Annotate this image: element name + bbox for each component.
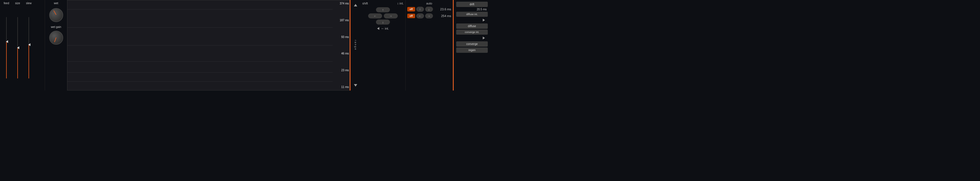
- drift-value: 20.5 ms: [456, 8, 488, 11]
- shift-title: shift: [362, 2, 368, 5]
- feed-thumb[interactable]: [6, 40, 8, 43]
- horiz-int-row: ↔ int.: [377, 27, 389, 30]
- wet-knob[interactable]: [49, 8, 63, 22]
- shift-lr-row: ← →: [368, 13, 398, 18]
- size-label: size: [15, 2, 20, 5]
- shift-down-button[interactable]: ↓: [376, 19, 390, 25]
- slew-fill: [29, 45, 29, 78]
- auto-title: auto: [426, 2, 432, 5]
- time-label-4: 23 ms: [334, 69, 349, 72]
- time-labels: 374 ms 187 ms 93 ms 46 ms 23 ms 11 ms: [334, 0, 349, 90]
- feed-track: [6, 17, 7, 78]
- wet-gain-knob-indicator: [54, 37, 56, 43]
- diffuse-int-thumb[interactable]: [483, 19, 485, 22]
- time-label-1: 187 ms: [334, 19, 349, 22]
- feed-slider-col: feed: [1, 2, 12, 89]
- shift-header: shift ↕ int.: [362, 2, 404, 5]
- range-section: range: [350, 0, 361, 90]
- drift-button[interactable]: drift: [456, 2, 488, 7]
- time-label-5: 11 ms: [334, 86, 349, 89]
- feed-slider[interactable]: [1, 6, 12, 89]
- chart-area: 374 ms 187 ms 93 ms 46 ms 23 ms 11 ms: [67, 0, 350, 90]
- slew-track: [29, 17, 29, 78]
- wet-label: wet: [54, 2, 59, 5]
- auto-time-value-2: 254 ms: [441, 14, 451, 17]
- feed-fill: [6, 41, 7, 78]
- auto-panel: auto off ↑ ↓ 23.6 ms off ← → 254 ms: [405, 0, 453, 90]
- size-slider[interactable]: [12, 6, 23, 89]
- shift-up-button[interactable]: ↑: [376, 7, 390, 12]
- range-top-thumb[interactable]: [354, 4, 357, 6]
- right-controls: shift ↕ int. ↑ ← → ↓ ↔ int. auto off ↑ ↓…: [361, 0, 490, 90]
- size-fill: [18, 48, 18, 78]
- auto-down-button[interactable]: ↓: [425, 7, 433, 12]
- wet-gain-label: wet gain: [51, 25, 61, 29]
- size-slider-col: size: [12, 2, 23, 89]
- range-panel: range: [350, 0, 361, 90]
- auto-row-2: off ← → 254 ms: [407, 13, 451, 18]
- horiz-int-label: ↔ int.: [381, 27, 389, 30]
- auto-row-1: off ↑ ↓ 23.6 ms: [407, 7, 451, 12]
- converge-int-thumb[interactable]: [483, 37, 485, 40]
- auto-off-button-2[interactable]: off: [407, 14, 415, 18]
- left-panel: feed size slew: [0, 0, 45, 90]
- chart-bars: [68, 3, 349, 90]
- auto-off-button-1[interactable]: off: [407, 7, 415, 11]
- horiz-int-left-thumb[interactable]: [377, 27, 379, 30]
- wet-gain-knob[interactable]: [49, 31, 63, 45]
- diffuse-int-slider: [484, 17, 485, 23]
- shift-panel: shift ↕ int. ↑ ← → ↓ ↔ int.: [361, 0, 405, 90]
- regen-button[interactable]: regen: [456, 48, 488, 53]
- shift-right-button[interactable]: →: [384, 13, 398, 18]
- converge-int-slider: [484, 35, 485, 41]
- range-slider-container: range: [354, 1, 357, 89]
- range-bottom-thumb[interactable]: [354, 84, 357, 87]
- slew-label: slew: [26, 2, 32, 5]
- converge-button[interactable]: converge: [456, 41, 488, 47]
- time-label-3: 46 ms: [334, 52, 349, 55]
- drift-panel: drift 20.5 ms diffuse int. diffuse conve…: [453, 0, 490, 90]
- auto-left-button[interactable]: ←: [416, 13, 424, 18]
- auto-right-button[interactable]: →: [425, 13, 433, 18]
- slew-slider-col: slew: [24, 2, 34, 89]
- slew-thumb[interactable]: [28, 43, 30, 46]
- time-label-2: 93 ms: [334, 35, 349, 38]
- feed-label: feed: [4, 2, 9, 5]
- diffuse-button[interactable]: diffuse: [456, 24, 488, 29]
- range-label: range: [354, 40, 357, 51]
- auto-time-value-1: 23.6 ms: [440, 8, 451, 11]
- int-title: ↕ int.: [397, 2, 404, 5]
- wet-knob-indicator: [53, 10, 56, 15]
- shift-left-button[interactable]: ←: [368, 13, 382, 18]
- wet-panel: wet wet gain: [45, 0, 67, 90]
- range-text: range: [354, 40, 357, 51]
- slew-slider[interactable]: [24, 6, 34, 89]
- size-track: [18, 17, 18, 78]
- auto-up-button[interactable]: ↑: [416, 7, 424, 12]
- size-thumb[interactable]: [17, 46, 19, 49]
- diffuse-int-button[interactable]: diffuse int.: [456, 12, 488, 17]
- time-label-0: 374 ms: [334, 2, 349, 5]
- converge-int-button[interactable]: converge int.: [456, 30, 488, 35]
